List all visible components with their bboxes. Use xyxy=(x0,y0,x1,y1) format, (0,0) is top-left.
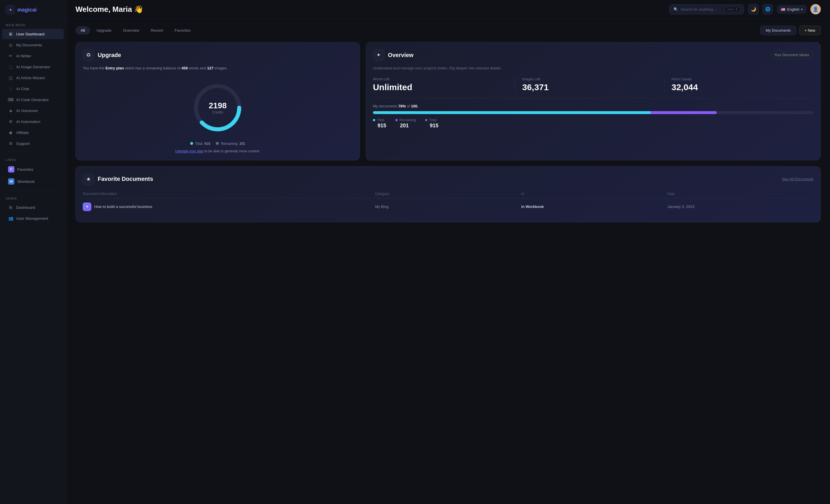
sidebar-item-ai-code-generator[interactable]: ⌨ AI Code Generator xyxy=(2,95,64,105)
progress-bar xyxy=(373,111,813,114)
logo[interactable]: ✦ magicai xyxy=(0,5,66,20)
content-area: All Upgrade Overview Recent Favorites My… xyxy=(66,19,830,229)
prog-total2-value: 915 xyxy=(425,123,438,129)
prog-total-label: Total xyxy=(377,118,384,122)
sidebar-item-label: AI Code Generator xyxy=(16,98,49,102)
tab-favorites[interactable]: Favorites xyxy=(169,26,196,35)
favorites-icon: ★ xyxy=(83,173,94,185)
tab-upgrade[interactable]: Upgrade xyxy=(91,26,117,35)
chevron-down-icon: ▾ xyxy=(801,8,803,11)
legend-total-value: 915 xyxy=(204,142,210,146)
doc-values-button[interactable]: Your Document Values xyxy=(770,51,813,59)
page-title: Welcome, Maria 👋 xyxy=(75,5,143,14)
prog-remaining-label: Remaining xyxy=(400,118,416,122)
sidebar-item-support[interactable]: ⚙ Support xyxy=(2,138,64,148)
sidebar-item-label: Dashboard xyxy=(16,205,35,210)
search-shortcut: cmd + E xyxy=(725,7,740,12)
donut-legend: Total 915 Remaining 201 xyxy=(83,142,353,146)
sidebar-item-label: AI Image Generator xyxy=(16,65,51,69)
image-gen-icon: ⬚ xyxy=(8,64,13,69)
prog-purple-dot xyxy=(395,119,398,121)
progress-legend-total: Total 915 xyxy=(373,118,386,129)
legend-remaining: Remaining 201 xyxy=(216,142,245,146)
main-content: Welcome, Maria 👋 🔍 Search for anything..… xyxy=(66,0,830,504)
dashboard-icon: ⊞ xyxy=(8,31,13,37)
doc-name: How to build a successful business xyxy=(94,204,153,209)
logo-text: magicai xyxy=(17,7,37,13)
plan-description: You have the Entry plan which has a rema… xyxy=(83,65,353,71)
progress-text: My documents 78% of 100. xyxy=(373,104,813,108)
col-in: In xyxy=(521,192,667,196)
tabs-bar: All Upgrade Overview Recent Favorites My… xyxy=(75,26,821,35)
sidebar-item-favorites[interactable]: F Favorites xyxy=(2,164,64,175)
search-bar[interactable]: 🔍 Search for anything... cmd + E xyxy=(669,4,744,14)
sidebar-item-ai-chat[interactable]: ◌ AI Chat xyxy=(2,83,64,94)
sidebar-item-user-management[interactable]: 👥 User Management xyxy=(2,213,64,224)
legend-total: Total 915 xyxy=(190,142,210,146)
credits-label: Credits xyxy=(209,110,226,114)
code-gen-icon: ⌨ xyxy=(8,97,13,102)
globe-button[interactable]: 🌐 xyxy=(763,4,773,14)
sidebar-item-ai-image-generator[interactable]: ⬚ AI Image Generator xyxy=(2,62,64,72)
prog-grey-dot xyxy=(425,119,427,121)
header-right: 🔍 Search for anything... cmd + E 🌙 🌐 🇺🇸 … xyxy=(669,4,821,14)
sidebar-item-my-documents[interactable]: ◎ My Documents xyxy=(2,40,64,50)
lang-label: English xyxy=(787,7,799,11)
sidebar-item-ai-voiceover[interactable]: ◈ AI Voiceover xyxy=(2,105,64,116)
sidebar-item-ai-automation[interactable]: ⚙ AI Automation xyxy=(2,116,64,127)
documents-icon: ◎ xyxy=(8,42,13,47)
credits-donut: 2198 Credits xyxy=(83,79,353,136)
sidebar-item-label: My Documents xyxy=(16,43,42,47)
sidebar-item-affiliate[interactable]: ◉ Affiliate xyxy=(2,127,64,138)
donut-center: 2198 Credits xyxy=(209,101,226,114)
sidebar-item-ai-article-wizard[interactable]: ◫ AI Article Wizard xyxy=(2,73,64,83)
col-document-info: Document Information xyxy=(83,192,375,196)
overview-title: Overview xyxy=(388,52,414,59)
admin-dashboard-icon: ⊞ xyxy=(8,205,13,210)
progress-legend-total2: Total 915 xyxy=(425,118,438,129)
language-selector[interactable]: 🇺🇸 English ▾ xyxy=(777,5,806,13)
tab-recent[interactable]: Recent xyxy=(146,26,168,35)
my-documents-button[interactable]: My Documents xyxy=(760,26,796,35)
progress-legend: Total 915 Remaining 201 xyxy=(373,118,813,129)
legend-total-label: Total xyxy=(195,142,202,146)
theme-toggle-button[interactable]: 🌙 xyxy=(748,4,759,14)
progress-legend-remaining: Remaining 201 xyxy=(395,118,416,129)
sidebar-item-ai-writer[interactable]: ✏ AI Writer xyxy=(2,51,64,61)
sidebar-item-label: Workbook xyxy=(17,179,35,184)
upgrade-plan-link[interactable]: Upgrade your plan xyxy=(175,149,204,153)
favorites-badge: F xyxy=(8,166,14,172)
sidebar-item-admin-dashboard[interactable]: ⊞ Dashboard xyxy=(2,202,64,212)
tab-all[interactable]: All xyxy=(75,26,90,35)
see-all-documents-link[interactable]: See All Documents xyxy=(782,177,813,181)
workbook-badge: W xyxy=(8,178,14,184)
doc-category: My Blog xyxy=(375,204,521,209)
sidebar-item-label: Affiliate xyxy=(16,131,29,135)
voiceover-icon: ◈ xyxy=(8,108,13,113)
legend-remaining-label: Remaining xyxy=(221,142,237,146)
logo-icon: ✦ xyxy=(6,5,15,14)
sidebar-item-label: Support xyxy=(16,141,30,146)
avatar[interactable]: 👤 xyxy=(810,4,821,14)
favorites-title: Favorite Documents xyxy=(98,176,153,182)
support-icon: ⚙ xyxy=(8,141,13,146)
doc-in: in Workbook xyxy=(521,204,667,209)
header: Welcome, Maria 👋 🔍 Search for anything..… xyxy=(66,0,830,19)
images-count: 127 xyxy=(207,66,214,70)
remaining-dot xyxy=(216,142,219,145)
images-left-value: 36,371 xyxy=(522,82,658,92)
sidebar-item-workbook[interactable]: W Workbook xyxy=(2,176,64,187)
automation-icon: ⚙ xyxy=(8,119,13,124)
overview-card: ✦ Overview Your Document Values Understa… xyxy=(366,42,821,160)
upgrade-link: Upgrade your plan to be able to generate… xyxy=(83,149,353,153)
stat-hours-saved: Hours Saved 32,044 xyxy=(671,77,813,92)
sidebar-divider-1 xyxy=(6,152,60,152)
new-button[interactable]: + New xyxy=(799,26,821,35)
doc-info: ✦ How to build a successful business xyxy=(83,202,375,211)
cards-row: ♻ Upgrade You have the Entry plan which … xyxy=(75,42,821,160)
tab-overview[interactable]: Overview xyxy=(118,26,145,35)
sidebar-item-label: AI Writer xyxy=(16,54,31,58)
upgrade-title: Upgrade xyxy=(98,52,121,59)
sidebar-item-user-dashboard[interactable]: ⊞ User Dashboard xyxy=(2,29,64,39)
stats-row: Words Left Unlimited Images Left 36,371 … xyxy=(373,77,813,98)
